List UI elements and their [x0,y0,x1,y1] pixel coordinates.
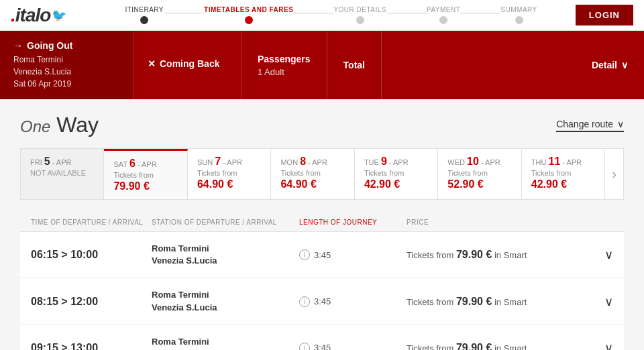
step-connector-2 [293,13,333,13]
date-col-6[interactable]: THU 11 - aprTickets from42.90 € [522,149,605,199]
date-price-3: 64.90 € [280,178,344,190]
one-label: One [20,117,50,135]
logo-text: .italo [11,5,50,26]
coming-back-section[interactable]: ✕ Coming Back [134,31,241,99]
going-out-header: → Going Out [13,40,120,51]
step-payment: PAYMENT [427,6,460,24]
date-from-6: Tickets from [531,169,595,177]
train-station-2: Roma TerminiVenezia S.Lucia [152,336,299,350]
train-expand-2[interactable]: ∨ [604,341,613,350]
date-price-2: 64.90 € [197,178,261,190]
train-duration-2: 3:45 [314,343,331,350]
passengers-label: Passengers [258,54,311,64]
table-header: TIME OF DEPARTURE / ARRIVAL STATION OF D… [20,213,624,232]
step-summary-dot [515,16,523,24]
detail-label: Detail [592,60,617,70]
train-station-1: Roma TerminiVenezia S.Lucia [152,289,299,313]
date-price-6: 42.90 € [531,178,595,190]
steps: ITINERARY TIMETABLES AND FARES YOUR DETA… [87,6,575,24]
one-way-header: One Way Change route ∨ [20,113,624,137]
passengers-section: Passengers 1 Adult [241,31,327,99]
date-price-4: 42.90 € [364,178,428,190]
train-duration-0: 3:45 [314,250,331,260]
date-from-4: Tickets from [364,169,428,177]
going-out-from: Roma Termini [13,54,120,66]
going-out-label: Going Out [27,40,72,51]
main-content: One Way Change route ∨ FRI 5 - aprNOT AV… [0,99,644,350]
train-length-0: i 3:45 [299,249,407,260]
way-label: Way [56,113,99,137]
date-day-label-3: MON 8 - apr [280,156,344,168]
detail-section[interactable]: Detail ∨ [576,31,644,99]
coming-back-header: ✕ Coming Back [148,58,227,69]
total-section: Total [327,31,382,99]
step-itinerary: ITINERARY [125,6,164,24]
top-nav: .italo 🐦 ITINERARY TIMETABLES AND FARES … [0,0,644,31]
train-price-0: Tickets from 79.90 € in Smart [407,249,604,261]
going-out-arrow-icon: → [13,40,23,51]
step-details: YOUR DETAILS [333,6,386,24]
date-day-label-4: TUE 9 - apr [364,156,428,168]
train-row-0[interactable]: 06:15 > 10:00 Roma TerminiVenezia S.Luci… [20,232,624,278]
date-day-label-0: FRI 5 - apr [30,156,94,168]
train-station-0: Roma TerminiVenezia S.Lucia [152,243,299,267]
train-time-1: 08:15 > 12:00 [31,296,152,308]
date-day-label-6: THU 11 - apr [531,156,595,168]
info-icon-0[interactable]: i [299,249,310,260]
train-length-1: i 3:45 [299,296,407,307]
step-payment-dot [439,16,447,24]
detail-chevron-icon: ∨ [621,60,628,70]
step-timetables-label: TIMETABLES AND FARES [204,6,293,13]
red-bar: → Going Out Roma Termini Venezia S.Lucia… [0,31,644,99]
date-day-label-2: SUN 7 - apr [197,156,261,168]
total-label: Total [343,60,365,70]
logo-bird-icon: 🐦 [52,8,66,23]
date-day-label-1: SAT 6 - apr [113,158,177,170]
train-price-1: Tickets from 79.90 € in Smart [407,296,604,308]
train-duration-1: 3:45 [314,296,331,306]
train-price-2: Tickets from 79.90 € in Smart [407,342,604,350]
date-col-3[interactable]: MON 8 - aprTickets from64.90 € [271,149,354,199]
train-row-1[interactable]: 08:15 > 12:00 Roma TerminiVenezia S.Luci… [20,278,624,325]
step-details-label: YOUR DETAILS [333,6,386,13]
change-route-button[interactable]: Change route ∨ [556,119,624,132]
step-details-dot [356,16,364,24]
change-route-label: Change route [556,119,613,129]
step-summary: SUMMARY [500,6,537,24]
date-day-label-5: WED 10 - apr [447,156,511,168]
train-expand-0[interactable]: ∨ [604,247,613,262]
step-itinerary-label: ITINERARY [125,6,164,13]
date-columns: FRI 5 - aprNOT AVAILABLESAT 6 - aprTicke… [21,149,605,199]
date-next-arrow[interactable]: › [605,149,623,199]
train-length-2: i 3:45 [299,343,407,350]
info-icon-2[interactable]: i [299,343,310,350]
coming-back-label: Coming Back [160,58,219,69]
date-col-5[interactable]: WED 10 - aprTickets from52.90 € [438,149,521,199]
date-col-0: FRI 5 - aprNOT AVAILABLE [21,149,104,199]
going-out-section[interactable]: → Going Out Roma Termini Venezia S.Lucia… [0,31,134,99]
th-price: PRICE [407,219,613,226]
date-from-3: Tickets from [280,169,344,177]
step-connector-3 [386,13,427,13]
train-time-0: 06:15 > 10:00 [31,249,152,261]
going-out-to: Venezia S.Lucia [13,66,120,78]
date-col-4[interactable]: TUE 9 - aprTickets from42.90 € [355,149,438,199]
login-button[interactable]: LOGIN [576,5,633,25]
change-route-chevron-icon: ∨ [617,119,624,129]
date-selector: FRI 5 - aprNOT AVAILABLESAT 6 - aprTicke… [20,148,624,200]
date-from-2: Tickets from [197,169,261,177]
passengers-value: 1 Adult [258,67,311,77]
date-na-0: NOT AVAILABLE [30,169,94,177]
step-timetables-dot [245,16,253,24]
train-expand-1[interactable]: ∨ [604,294,613,309]
info-icon-1[interactable]: i [299,296,310,307]
date-from-1: Tickets from [113,171,177,179]
date-price-5: 52.90 € [447,178,511,190]
step-itinerary-dot [140,16,148,24]
date-col-2[interactable]: SUN 7 - aprTickets from64.90 € [188,149,271,199]
date-col-1[interactable]: SAT 6 - aprTickets from79.90 € [104,149,187,199]
coming-back-x-icon: ✕ [148,58,156,69]
train-time-2: 09:15 > 13:00 [31,342,152,350]
train-row-2[interactable]: 09:15 > 13:00 Roma TerminiVenezia S.Luci… [20,325,624,350]
th-time: TIME OF DEPARTURE / ARRIVAL [31,219,152,226]
